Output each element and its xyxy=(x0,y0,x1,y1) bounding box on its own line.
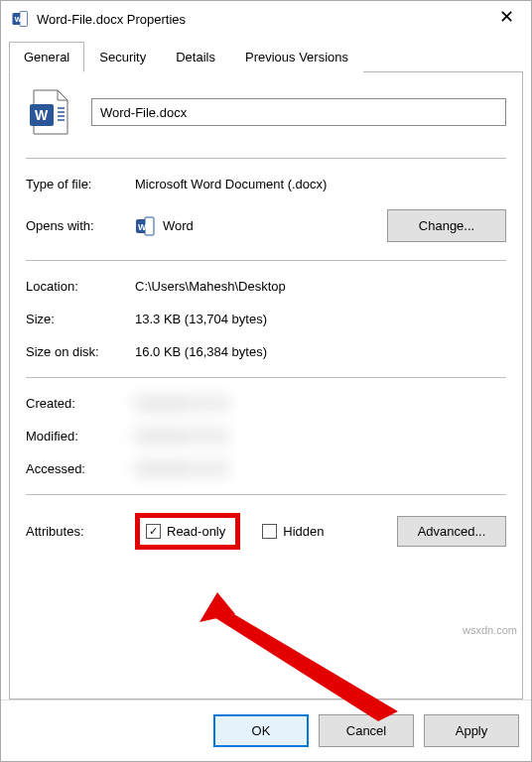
highlight-box: ✓ Read-only xyxy=(135,513,240,550)
size-label: Size: xyxy=(26,312,135,326)
change-button[interactable]: Change... xyxy=(387,209,506,242)
readonly-checkbox[interactable]: ✓ xyxy=(146,524,161,539)
hidden-checkbox-group[interactable]: Hidden xyxy=(262,524,324,539)
apply-button[interactable]: Apply xyxy=(424,714,519,747)
window-title: Word-File.docx Properties xyxy=(37,12,491,27)
location-value: C:\Users\Mahesh\Desktop xyxy=(135,279,286,294)
hidden-label: Hidden xyxy=(283,524,324,539)
close-button[interactable]: ✕ xyxy=(491,7,521,31)
created-value: 00000000 00 00 xyxy=(135,396,228,411)
svg-text:W: W xyxy=(15,15,23,24)
readonly-checkbox-group[interactable]: ✓ Read-only xyxy=(146,524,225,539)
hidden-checkbox[interactable] xyxy=(262,524,277,539)
opens-with-value: Word xyxy=(163,218,194,233)
tab-panel-general: W Type of file: Microsoft Word Document … xyxy=(9,71,523,699)
tab-details[interactable]: Details xyxy=(161,42,230,72)
tab-previous-versions[interactable]: Previous Versions xyxy=(230,42,363,72)
advanced-button[interactable]: Advanced... xyxy=(397,516,506,547)
separator xyxy=(26,260,506,261)
tab-general[interactable]: General xyxy=(9,42,84,72)
separator xyxy=(26,494,506,495)
size-on-disk-label: Size on disk: xyxy=(26,344,135,359)
word-small-icon: W xyxy=(135,216,155,236)
modified-label: Modified: xyxy=(26,429,135,444)
attributes-label: Attributes: xyxy=(26,524,135,539)
dialog-footer: OK Cancel Apply xyxy=(1,699,531,761)
cancel-button[interactable]: Cancel xyxy=(319,714,414,747)
file-type-icon: W xyxy=(28,88,71,136)
ok-button[interactable]: OK xyxy=(213,714,309,747)
svg-text:W: W xyxy=(35,107,49,123)
type-of-file-value: Microsoft Word Document (.docx) xyxy=(135,177,327,191)
modified-value: 00000000 00 00 xyxy=(135,429,228,444)
svg-text:W: W xyxy=(138,222,147,232)
created-label: Created: xyxy=(26,396,135,411)
type-of-file-label: Type of file: xyxy=(26,177,135,191)
tab-security[interactable]: Security xyxy=(84,42,161,72)
accessed-value: 00000000 00 00 xyxy=(135,461,228,476)
watermark: wsxdn.com xyxy=(463,624,517,636)
location-label: Location: xyxy=(26,279,135,294)
readonly-label: Read-only xyxy=(167,524,225,539)
size-on-disk-value: 16.0 KB (16,384 bytes) xyxy=(135,344,267,359)
properties-dialog: W Word-File.docx Properties ✕ General Se… xyxy=(0,0,532,762)
accessed-label: Accessed: xyxy=(26,461,135,476)
opens-with-label: Opens with: xyxy=(26,218,135,233)
filename-input[interactable] xyxy=(91,98,506,126)
separator xyxy=(26,377,506,378)
size-value: 13.3 KB (13,704 bytes) xyxy=(135,312,267,326)
word-app-icon: W xyxy=(11,10,29,28)
separator xyxy=(26,158,506,159)
titlebar: W Word-File.docx Properties ✕ xyxy=(1,1,531,37)
tabs: General Security Details Previous Versio… xyxy=(1,37,531,71)
